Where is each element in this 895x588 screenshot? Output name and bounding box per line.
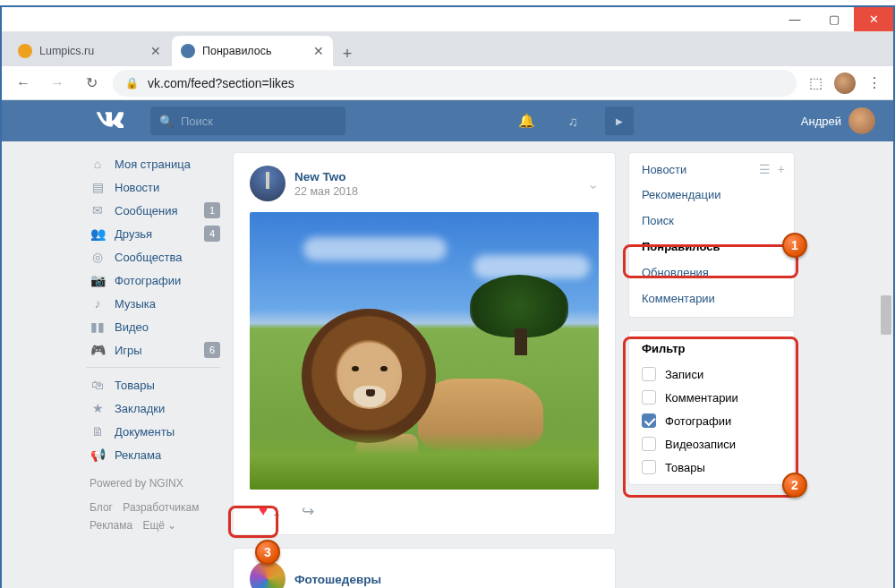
nav-label: Реклама [115,448,161,462]
nav-news[interactable]: ▤Новости [86,175,220,199]
favicon-icon [181,44,195,58]
bookmarks-icon: ★ [90,401,106,415]
like-button[interactable]: ♥ 1 [250,499,289,524]
tab-close-icon[interactable]: ✕ [313,44,324,58]
messages-icon: ✉ [90,203,106,217]
vk-logo-icon[interactable] [97,112,124,130]
search-input[interactable]: 🔍 Поиск [150,107,345,135]
window-maximize[interactable]: ▢ [814,7,854,31]
post-author-link[interactable]: New Two [294,170,358,183]
nav-label: Сообщества [115,251,183,264]
powered-by: Powered by NGINX [90,477,217,490]
nav-my-page[interactable]: ⌂Моя страница [86,152,220,175]
nav-communities[interactable]: ◎Сообщества [86,245,220,268]
nav-market[interactable]: 🛍Товары [86,373,220,396]
nav-documents[interactable]: 🗎Документы [86,420,220,443]
footer-blog[interactable]: Блог [90,501,113,514]
games-icon: 🎮 [90,343,106,357]
footer-links: Блог Разработчикам Реклама Ещё ⌄ [86,499,220,535]
extension-icon[interactable]: ⬚ [806,73,825,93]
home-icon: ⌂ [90,157,106,171]
badge: 4 [204,226,220,242]
post-date: 22 мая 2018 [294,185,358,198]
nav-ads[interactable]: 📢Реклама [86,443,220,466]
filter-icon[interactable]: ☰ [759,162,771,176]
right-tab-recommendations[interactable]: Рекомендации [629,182,794,208]
user-menu[interactable]: Андрей [801,107,875,134]
filter-market[interactable]: Товары [629,456,794,479]
post-menu-icon[interactable]: ⌄ [587,175,599,192]
filter-posts[interactable]: Записи [629,362,794,386]
right-tab-updates[interactable]: Обновления [629,260,794,285]
browser-tab-vk[interactable]: Понравилось ✕ [172,36,333,66]
profile-avatar[interactable] [834,72,856,94]
photos-icon: 📷 [90,273,106,287]
nav-label: Моя страница [115,158,191,171]
post-author-link[interactable]: Фотошедевры [294,573,381,586]
heart-icon: ♥ [259,502,268,520]
nav-label: Документы [115,425,175,439]
nav-label: Музыка [115,297,156,311]
post-avatar[interactable] [250,166,286,201]
right-tab-comments[interactable]: Комментарии [629,285,794,311]
nav-label: Товары [115,379,155,392]
checkbox-icon [642,390,656,405]
like-count: 1 [273,505,280,518]
lock-icon: 🔒 [125,77,139,89]
vk-header: 🔍 Поиск 🔔 ♫ ▶ Андрей [2,100,893,141]
search-placeholder: Поиск [181,115,213,128]
right-tab-news[interactable]: Новости [642,163,686,176]
ads-icon: 📢 [90,447,106,462]
nav-friends[interactable]: 👥Друзья4 [86,222,220,245]
footer-ads[interactable]: Реклама [90,519,132,532]
browser-menu-icon[interactable]: ⋮ [865,73,884,93]
nav-games[interactable]: 🎮Игры6 [86,338,220,362]
tab-title: Понравилось [202,45,272,57]
nav-photos[interactable]: 📷Фотографии [86,268,220,292]
tab-close-icon[interactable]: ✕ [150,44,161,58]
checkbox-icon [642,460,656,474]
scrollbar-thumb[interactable] [881,295,891,335]
filter-photos[interactable]: Фотографии [629,409,794,432]
badge: 1 [204,202,220,218]
back-button[interactable]: ← [11,71,36,96]
nav-music[interactable]: ♪Музыка [86,292,220,315]
search-icon: 🔍 [159,115,174,128]
checkbox-icon [642,367,656,381]
browser-tab-lumpics[interactable]: Lumpics.ru ✕ [9,36,170,66]
nav-label: Закладки [115,402,165,415]
right-tab-search[interactable]: Поиск [629,208,794,234]
music-icon[interactable]: ♫ [558,107,587,135]
footer-developers[interactable]: Разработчикам [123,501,199,514]
nav-messages[interactable]: ✉Сообщения1 [86,199,220,222]
market-icon: 🛍 [90,378,106,392]
filter-label: Фотографии [665,414,731,428]
forward-button[interactable]: → [45,71,70,96]
window-close[interactable]: ✕ [854,7,893,31]
post-image[interactable] [250,212,599,490]
video-icon: ▮▮ [90,320,106,334]
nav-video[interactable]: ▮▮Видео [86,315,220,338]
music-nav-icon: ♪ [90,296,106,311]
nav-label: Видео [115,320,149,334]
post-avatar[interactable] [250,561,286,588]
checkbox-checked-icon [642,413,656,428]
new-tab-button[interactable]: + [335,41,360,66]
window-minimize[interactable]: — [775,7,814,31]
filter-label: Комментарии [665,391,738,405]
footer-more[interactable]: Ещё ⌄ [142,519,176,532]
share-icon[interactable]: ↪ [302,502,314,521]
favicon-icon [18,44,32,58]
address-bar[interactable]: 🔒 vk.com/feed?section=likes [113,70,797,97]
notifications-icon[interactable]: 🔔 [512,107,541,135]
tab-title: Lumpics.ru [39,45,94,57]
nav-bookmarks[interactable]: ★Закладки [86,396,220,420]
player-icon[interactable]: ▶ [605,107,634,135]
url-text: vk.com/feed?section=likes [148,76,294,90]
plus-icon[interactable]: + [778,162,785,176]
reload-button[interactable]: ↻ [79,71,104,96]
right-tab-liked[interactable]: Понравилось [629,234,794,260]
filter-comments[interactable]: Комментарии [629,386,794,409]
user-name: Андрей [801,115,841,128]
filter-videos[interactable]: Видеозаписи [629,432,794,456]
